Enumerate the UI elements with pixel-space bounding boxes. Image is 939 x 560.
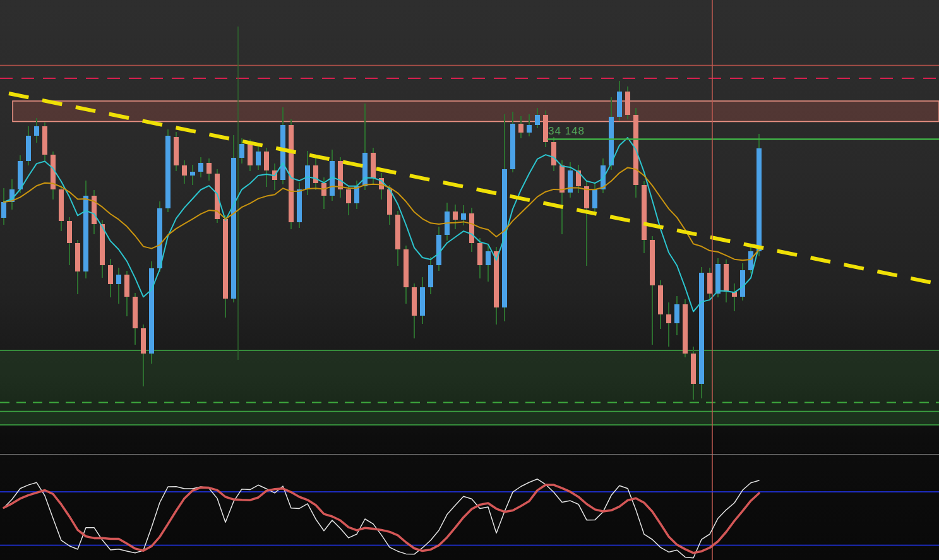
candle-body-down <box>691 354 696 384</box>
candle-body-up <box>26 136 31 161</box>
candle-body-down <box>174 137 179 165</box>
candle-body-down <box>642 185 647 240</box>
candle-body-up <box>510 124 515 169</box>
candle-body-down <box>477 243 482 265</box>
candle-body-up <box>527 125 532 133</box>
candle-body-up <box>535 115 540 125</box>
candle-body-down <box>707 273 712 294</box>
candle-body-up <box>674 304 679 323</box>
candle-body-down <box>412 287 417 316</box>
candle-body-down <box>658 285 663 314</box>
candle-body-up <box>592 189 597 208</box>
candle-body-up <box>165 136 170 208</box>
candle-body-down <box>313 165 318 183</box>
candle-body-down <box>543 115 548 142</box>
candle-body-up <box>699 273 704 384</box>
candle-body-down <box>338 161 343 189</box>
candle-body-down <box>59 189 64 221</box>
candle-body-up <box>239 144 244 158</box>
candle-body-down <box>346 189 351 203</box>
candle-body-down <box>650 240 655 285</box>
candle-body-up <box>568 170 573 193</box>
candle-body-up <box>34 126 39 136</box>
trading-chart: 34 148 <box>0 0 939 560</box>
candle-body-up <box>436 235 441 265</box>
candle-body-up <box>280 125 285 180</box>
candle-body-up <box>362 153 368 186</box>
candle-body-up <box>486 251 491 265</box>
candle-body-down <box>206 163 212 174</box>
candle-body-up <box>83 196 88 271</box>
candle-body-up <box>1 202 6 218</box>
candle-body-down <box>141 328 146 354</box>
candle-body-up <box>715 264 721 294</box>
price-ray-label[interactable]: 34 148 <box>548 125 585 138</box>
candle-body-up <box>297 189 302 222</box>
candle-body-down <box>625 92 630 115</box>
candle-body-up <box>617 92 622 117</box>
candle-body-down <box>182 165 187 176</box>
candle-body-down <box>108 265 113 284</box>
candle-body-up <box>461 213 466 220</box>
candle-body-down <box>92 196 97 224</box>
candle-body-up <box>428 265 433 287</box>
candle-body-down <box>551 142 556 165</box>
candle-body-down <box>666 314 671 323</box>
candle-body-up <box>420 287 425 316</box>
oscillator-fast-line <box>4 479 759 558</box>
candle-body-up <box>231 158 236 299</box>
candle-body-up <box>256 152 261 165</box>
candle-body-up <box>757 148 762 251</box>
supply-zone[interactable] <box>13 101 939 122</box>
candle-body-down <box>518 124 523 133</box>
demand-band[interactable] <box>0 412 939 426</box>
candle-body-down <box>248 144 253 165</box>
candle-body-up <box>198 163 203 172</box>
chart-svg <box>0 0 939 560</box>
candle-body-down <box>42 126 47 155</box>
candle-body-up <box>190 172 195 176</box>
candle-body-up <box>18 161 23 189</box>
candle-body-down <box>559 165 565 193</box>
candle-body-down <box>395 215 400 249</box>
candle-body-up <box>740 270 745 297</box>
candle-body-down <box>67 221 72 243</box>
candle-body-down <box>133 297 138 328</box>
candle-body-down <box>404 249 409 287</box>
demand-zone[interactable] <box>0 350 939 412</box>
candle-body-down <box>264 152 269 170</box>
candle-body-down <box>453 211 458 220</box>
candle-body-up <box>354 186 359 203</box>
candle-body-down <box>75 243 80 271</box>
candle-body-up <box>149 268 154 354</box>
candle-body-down <box>683 304 688 354</box>
descending-trendline[interactable] <box>9 93 939 284</box>
oscillator-signal-line <box>4 485 759 553</box>
candle-body-up <box>157 208 162 268</box>
candle-body-down <box>469 213 474 243</box>
candle-body-down <box>371 153 376 178</box>
candle-body-down <box>124 275 129 297</box>
candle-body-down <box>724 264 729 292</box>
candle-body-up <box>116 275 121 284</box>
candle-body-down <box>223 219 228 299</box>
candle-body-up <box>748 251 753 270</box>
